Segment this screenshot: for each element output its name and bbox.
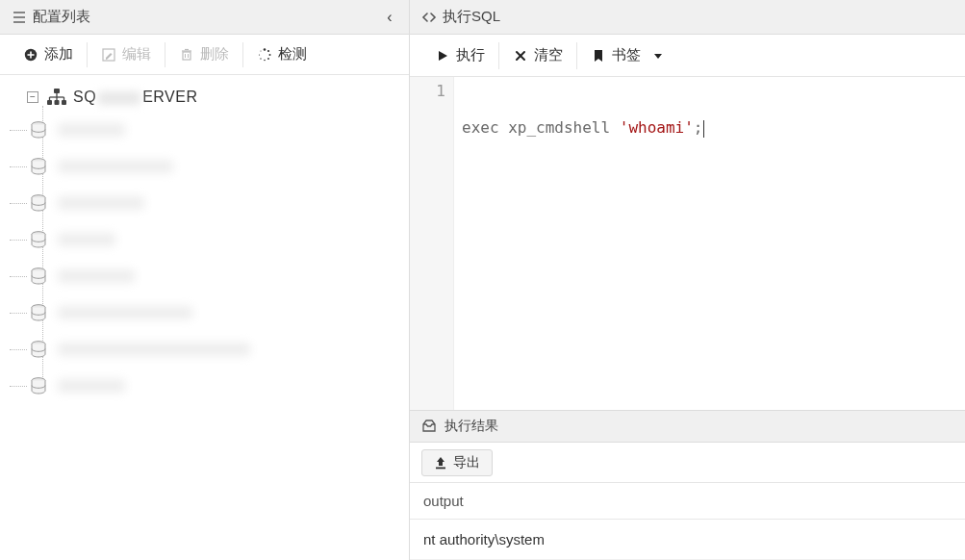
edit-button[interactable]: 编辑 xyxy=(88,42,165,67)
config-tree: − SQERVER xyxy=(0,75,409,560)
test-button[interactable]: 检测 xyxy=(243,42,320,67)
tree-db-node[interactable] xyxy=(29,221,405,258)
editor-content[interactable]: exec xp_cmdshell 'whoami'; xyxy=(454,77,712,410)
result-toolbar: 导出 xyxy=(410,443,965,483)
svg-marker-40 xyxy=(654,54,662,59)
bookmark-button-label: 书签 xyxy=(612,46,641,64)
tree-db-label xyxy=(58,123,125,137)
svg-point-19 xyxy=(261,50,262,51)
tree-server-node[interactable]: − SQERVER xyxy=(10,83,405,404)
clear-button-label: 清空 xyxy=(534,46,563,64)
svg-rect-20 xyxy=(54,89,60,93)
database-icon xyxy=(29,230,50,249)
svg-rect-7 xyxy=(183,52,190,60)
config-panel-title: 配置列表 xyxy=(33,8,90,26)
result-grid: output nt authority\system xyxy=(410,483,965,560)
tree-db-label xyxy=(58,379,125,393)
result-row[interactable]: nt authority\system xyxy=(410,520,965,560)
database-icon xyxy=(29,157,50,176)
run-button[interactable]: 执行 xyxy=(421,42,499,69)
add-button[interactable]: 添加 xyxy=(10,42,88,67)
sql-panel: 执行SQL 执行 清空 书签 1 xyxy=(410,0,965,560)
list-icon xyxy=(12,10,27,25)
run-button-label: 执行 xyxy=(456,46,485,64)
sql-panel-title: 执行SQL xyxy=(443,8,500,26)
bookmark-button[interactable]: 书签 xyxy=(577,42,679,69)
tree-db-label xyxy=(58,160,173,173)
upload-icon xyxy=(434,456,447,470)
database-icon xyxy=(29,376,50,395)
tree-db-label xyxy=(58,196,144,210)
svg-rect-42 xyxy=(436,467,445,469)
delete-button-label: 删除 xyxy=(200,45,229,64)
sitemap-icon xyxy=(46,88,67,107)
database-icon xyxy=(29,120,50,140)
svg-point-18 xyxy=(259,54,260,55)
line-number: 1 xyxy=(414,81,445,102)
sql-editor[interactable]: 1 exec xp_cmdshell 'whoami'; xyxy=(410,77,965,410)
spinner-icon xyxy=(257,47,272,63)
svg-marker-41 xyxy=(437,457,444,466)
svg-rect-23 xyxy=(62,100,66,105)
tree-db-node[interactable] xyxy=(29,112,405,148)
sql-toolbar: 执行 清空 书签 xyxy=(410,35,965,77)
tree-db-node[interactable] xyxy=(29,258,405,294)
database-icon xyxy=(29,303,50,322)
bookmark-icon xyxy=(591,48,606,64)
svg-point-13 xyxy=(267,49,269,51)
config-panel: 配置列表 ‹ 添加 编辑 删除 检测 xyxy=(0,0,410,560)
tree-db-node[interactable] xyxy=(29,185,405,221)
database-icon xyxy=(29,193,50,213)
config-toolbar: 添加 编辑 删除 检测 xyxy=(0,35,409,75)
close-icon xyxy=(513,48,528,64)
export-button[interactable]: 导出 xyxy=(421,449,493,476)
delete-button[interactable]: 删除 xyxy=(165,42,243,67)
svg-point-14 xyxy=(269,54,271,56)
svg-point-15 xyxy=(267,58,269,60)
database-icon xyxy=(29,267,50,286)
play-icon xyxy=(435,48,450,64)
clear-button[interactable]: 清空 xyxy=(499,42,577,69)
tree-db-label xyxy=(58,269,135,283)
test-button-label: 检测 xyxy=(278,45,307,64)
config-panel-header: 配置列表 ‹ xyxy=(0,0,409,35)
result-panel-header: 执行结果 xyxy=(410,410,965,443)
export-button-label: 导出 xyxy=(453,454,480,471)
editor-gutter: 1 xyxy=(410,77,454,410)
add-button-label: 添加 xyxy=(44,45,73,64)
tree-db-label xyxy=(58,343,250,356)
svg-point-12 xyxy=(264,48,267,51)
tree-server-label: SQERVER xyxy=(73,89,197,106)
svg-rect-22 xyxy=(55,100,60,105)
sql-panel-header: 执行SQL xyxy=(410,0,965,35)
tree-db-node[interactable] xyxy=(29,368,405,404)
tree-db-label xyxy=(58,306,192,319)
svg-rect-21 xyxy=(47,100,52,105)
caret-down-icon xyxy=(650,48,666,64)
tree-db-label xyxy=(58,233,115,246)
tree-db-node[interactable] xyxy=(29,148,405,185)
edit-button-label: 编辑 xyxy=(122,45,151,64)
pencil-square-icon xyxy=(101,47,116,63)
plus-circle-icon xyxy=(23,47,38,63)
tree-db-node[interactable] xyxy=(29,331,405,368)
collapse-left-icon[interactable]: ‹ xyxy=(382,9,397,26)
database-icon xyxy=(29,340,50,359)
svg-point-16 xyxy=(264,59,266,61)
tree-db-node[interactable] xyxy=(29,294,405,331)
result-panel-title: 执行结果 xyxy=(444,418,498,435)
expander-minus-icon[interactable]: − xyxy=(27,91,38,103)
code-icon xyxy=(421,10,437,25)
svg-point-17 xyxy=(260,58,261,59)
result-column-header: output xyxy=(410,483,965,520)
trash-icon xyxy=(179,47,194,63)
code-line[interactable]: exec xp_cmdshell 'whoami'; xyxy=(462,117,704,139)
inbox-icon xyxy=(421,419,437,434)
text-cursor-icon xyxy=(703,120,704,138)
svg-marker-37 xyxy=(439,51,447,61)
